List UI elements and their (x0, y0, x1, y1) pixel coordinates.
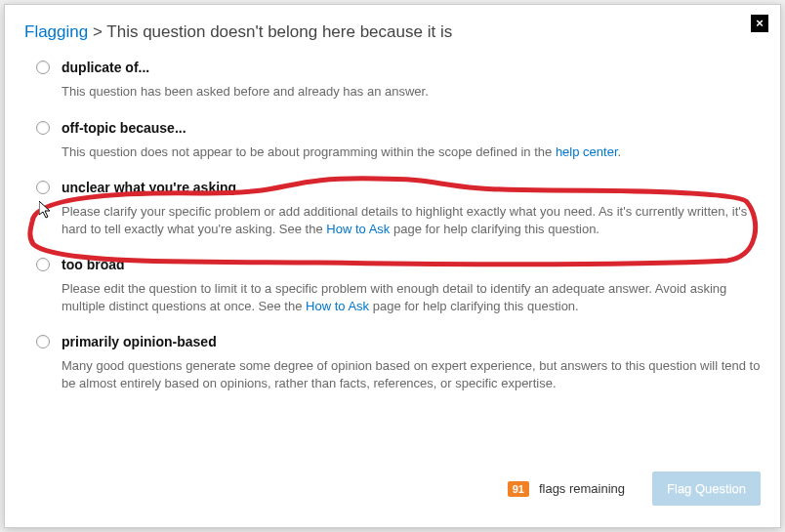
option-title: primarily opinion-based (62, 334, 761, 349)
help-link[interactable]: How to Ask (306, 299, 369, 313)
dialog-footer: 91 flags remaining Flag Question (508, 471, 761, 506)
option-title: off-topic because... (62, 120, 761, 136)
radio-button[interactable] (36, 61, 50, 74)
breadcrumb: Flagging > This question doesn't belong … (24, 22, 761, 42)
option-description: Please edit the question to limit it to … (62, 280, 761, 314)
flag-options: duplicate of...This question has been as… (24, 60, 761, 391)
radio-button[interactable] (36, 181, 50, 194)
option-description: Many good questions generate some degree… (62, 357, 761, 391)
description-text: This question does not appear to be abou… (62, 144, 556, 159)
close-icon: × (756, 16, 764, 30)
option-title: too broad (62, 257, 761, 272)
description-text: This question has been asked before and … (62, 84, 429, 99)
radio-button[interactable] (36, 335, 50, 348)
option-description: This question does not appear to be abou… (62, 143, 761, 161)
option-description: This question has been asked before and … (62, 83, 761, 101)
flag-option[interactable]: off-topic because...This question does n… (36, 120, 761, 161)
help-link[interactable]: help center (556, 144, 618, 159)
description-text: page for help clarifying this question. (369, 299, 579, 313)
help-link[interactable]: How to Ask (326, 222, 390, 236)
option-title: unclear what you're asking (62, 180, 761, 195)
flag-option[interactable]: primarily opinion-basedMany good questio… (36, 334, 761, 391)
flags-remaining-label: flags remaining (539, 481, 625, 496)
flag-option[interactable]: unclear what you're askingPlease clarify… (36, 180, 761, 237)
description-text: . (618, 144, 622, 159)
flags-count-badge: 91 (508, 481, 529, 497)
radio-button[interactable] (36, 121, 50, 135)
breadcrumb-current: This question doesn't belong here becaus… (106, 22, 452, 41)
breadcrumb-sep: > (88, 22, 106, 41)
flag-dialog: × Flagging > This question doesn't belon… (4, 4, 781, 528)
option-description: Please clarify your specific problem or … (62, 203, 761, 237)
flag-option[interactable]: too broadPlease edit the question to lim… (36, 257, 761, 314)
radio-button[interactable] (36, 258, 50, 271)
description-text: page for help clarifying this question. (390, 222, 599, 236)
breadcrumb-root[interactable]: Flagging (24, 22, 88, 41)
flag-question-button[interactable]: Flag Question (652, 471, 761, 506)
flag-option[interactable]: duplicate of...This question has been as… (36, 60, 761, 101)
close-button[interactable]: × (751, 15, 768, 32)
option-title: duplicate of... (62, 60, 761, 75)
description-text: Many good questions generate some degree… (62, 358, 760, 390)
